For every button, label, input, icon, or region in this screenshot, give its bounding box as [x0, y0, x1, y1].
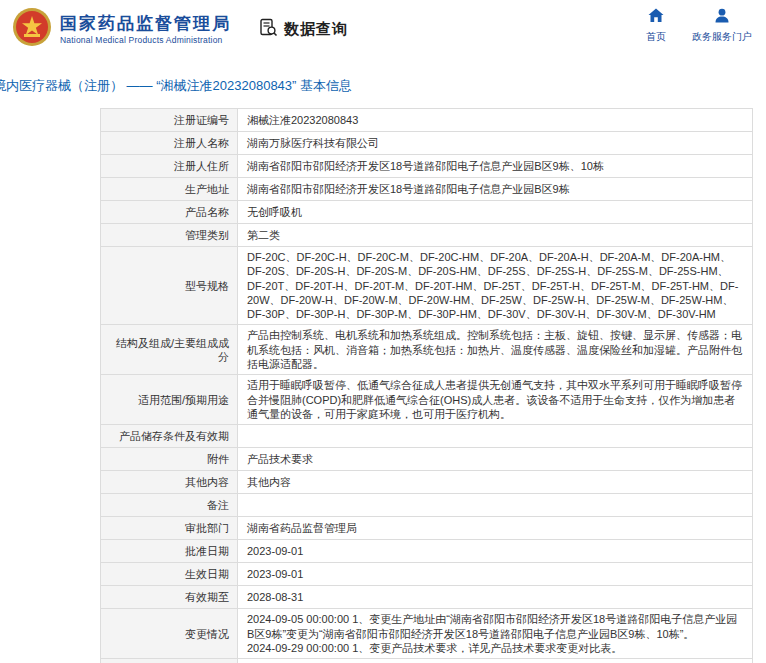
row-label: 型号规格 [101, 247, 238, 325]
row-label: 生产地址 [101, 178, 238, 201]
portal-person-icon [714, 8, 730, 27]
site-header: 国家药品监督管理局 National Medical Products Admi… [0, 0, 766, 58]
nmpa-emblem-logo [12, 7, 52, 51]
row-value: DF-20C、DF-20C-H、DF-20C-M、DF-20C-HM、DF-20… [238, 247, 753, 325]
row-label: 其他内容 [101, 471, 238, 494]
table-row: 批准日期2023-09-01 [101, 540, 753, 563]
row-label: 生效日期 [101, 563, 238, 586]
row-value: 湖南省邵阳市邵阳经济开发区18号道路邵阳电子信息产业园B区9栋、10栋 [238, 155, 753, 178]
breadcrumb: 境内医疗器械（注册） —— “湘械注准20232080843” 基本信息 [0, 78, 352, 93]
home-icon [648, 8, 664, 27]
row-value [238, 494, 753, 517]
row-label: 批准日期 [101, 540, 238, 563]
table-row: 有效期至2028-08-31 [101, 586, 753, 609]
breadcrumb-row: 境内医疗器械（注册） —— “湘械注准20232080843” 基本信息 [0, 76, 766, 95]
row-label: 注册证编号 [101, 109, 238, 132]
row-label: 适用范围/预期用途 [101, 375, 238, 425]
nav-home[interactable]: 首页 [646, 8, 666, 44]
row-label: 审批部门 [101, 517, 238, 540]
row-value: 2023-09-01 [238, 540, 753, 563]
row-label: 注册人住所 [101, 155, 238, 178]
row-label: 注 [101, 659, 238, 663]
row-value: 湖南万脉医疗科技有限公司 [238, 132, 753, 155]
table-row: 注详情 [101, 659, 753, 663]
row-label: 变更情况 [101, 609, 238, 659]
row-value: 湘械注准20232080843 [238, 109, 753, 132]
table-row: 产品名称无创呼吸机 [101, 201, 753, 224]
table-row: 生效日期2023-09-01 [101, 563, 753, 586]
row-value: 第二类 [238, 224, 753, 247]
org-name-en: National Medical Products Administration [60, 35, 231, 45]
table-row: 产品储存条件及有效期 [101, 425, 753, 448]
row-value: 产品由控制系统、电机系统和加热系统组成。控制系统包括：主板、旋钮、按键、显示屏、… [238, 325, 753, 375]
table-row: 备注 [101, 494, 753, 517]
top-nav: 首页 政务服务门户 [646, 8, 752, 44]
table-row: 其他内容其他内容 [101, 471, 753, 494]
table-row: 变更情况2024-09-05 00:00:00 1、变更生产地址由“湖南省邵阳市… [101, 609, 753, 659]
row-value: 湖南省药品监督管理局 [238, 517, 753, 540]
table-row: 注册人名称湖南万脉医疗科技有限公司 [101, 132, 753, 155]
row-value: 其他内容 [238, 471, 753, 494]
row-value: 湖南省邵阳市邵阳经济开发区18号道路邵阳电子信息产业园B区9栋 [238, 178, 753, 201]
nav-portal-label: 政务服务门户 [692, 30, 752, 44]
table-row: 生产地址湖南省邵阳市邵阳经济开发区18号道路邵阳电子信息产业园B区9栋 [101, 178, 753, 201]
row-label: 备注 [101, 494, 238, 517]
brand-text: 国家药品监督管理局 National Medical Products Admi… [60, 13, 231, 44]
info-table: 注册证编号湘械注准20232080843注册人名称湖南万脉医疗科技有限公司注册人… [100, 108, 753, 663]
table-row: 附件产品技术要求 [101, 448, 753, 471]
table-row: 审批部门湖南省药品监督管理局 [101, 517, 753, 540]
row-value: 适用于睡眠呼吸暂停、低通气综合征成人患者提供无创通气支持，其中双水平系列可用于睡… [238, 375, 753, 425]
data-query-icon [259, 18, 278, 41]
row-value: 2028-08-31 [238, 586, 753, 609]
nav-home-label: 首页 [646, 30, 666, 44]
row-label: 管理类别 [101, 224, 238, 247]
row-label: 产品名称 [101, 201, 238, 224]
row-label: 注册人名称 [101, 132, 238, 155]
org-name-cn: 国家药品监督管理局 [60, 13, 231, 34]
row-value [238, 425, 753, 448]
row-label: 产品储存条件及有效期 [101, 425, 238, 448]
table-row: 适用范围/预期用途适用于睡眠呼吸暂停、低通气综合征成人患者提供无创通气支持，其中… [101, 375, 753, 425]
data-query-section: 数据查询 [259, 18, 348, 41]
row-value: 无创呼吸机 [238, 201, 753, 224]
table-row: 结构及组成/主要组成成分产品由控制系统、电机系统和加热系统组成。控制系统包括：主… [101, 325, 753, 375]
row-value: 产品技术要求 [238, 448, 753, 471]
nav-portal[interactable]: 政务服务门户 [692, 8, 752, 44]
table-row: 管理类别第二类 [101, 224, 753, 247]
row-value: 2023-09-01 [238, 563, 753, 586]
table-row: 注册人住所湖南省邵阳市邵阳经济开发区18号道路邵阳电子信息产业园B区9栋、10栋 [101, 155, 753, 178]
table-row: 注册证编号湘械注准20232080843 [101, 109, 753, 132]
row-label: 附件 [101, 448, 238, 471]
table-row: 型号规格DF-20C、DF-20C-H、DF-20C-M、DF-20C-HM、D… [101, 247, 753, 325]
row-label: 结构及组成/主要组成成分 [101, 325, 238, 375]
row-value: 详情 [238, 659, 753, 663]
row-label: 有效期至 [101, 586, 238, 609]
nmpa-brand: 国家药品监督管理局 National Medical Products Admi… [12, 7, 231, 51]
row-value: 2024-09-05 00:00:00 1、变更生产地址由“湖南省邵阳市邵阳经济… [238, 609, 753, 659]
section-title: 数据查询 [284, 20, 348, 39]
